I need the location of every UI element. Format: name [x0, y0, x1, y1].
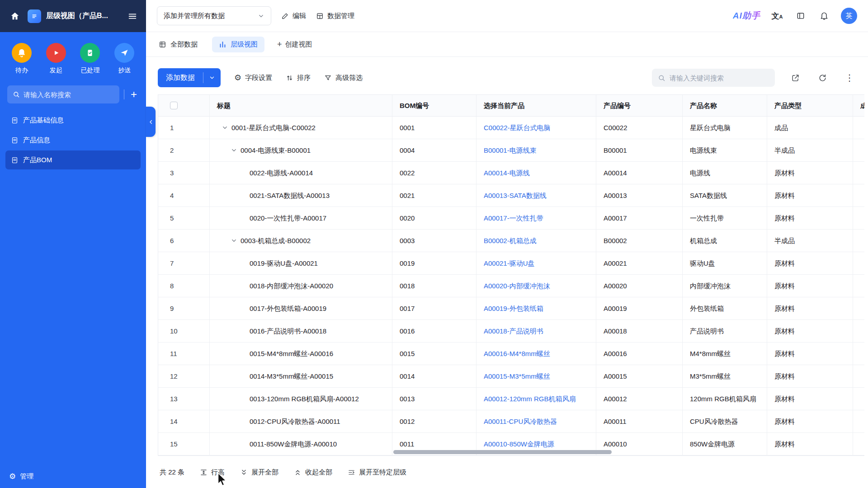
product-link[interactable]: A00011-CPU风冷散热器 — [484, 418, 557, 425]
table-row[interactable]: 13 0013-120mm RGB机箱风扇-A00012 0013 A00012… — [158, 388, 864, 410]
cell-type: 半成品 — [767, 230, 853, 252]
quick-action-initiate[interactable]: 发起 — [46, 43, 66, 75]
field-settings-button[interactable]: ⚙ 字段设置 — [234, 74, 272, 82]
cell-product: B00002-机箱总成 — [476, 230, 596, 252]
keyword-search[interactable] — [652, 69, 775, 87]
col-product-type[interactable]: 产品类型 — [767, 95, 853, 117]
product-link[interactable]: A00019-外包装纸箱 — [484, 305, 543, 312]
cell-code: A00012 — [596, 388, 683, 410]
cell-product: A00020-内部缓冲泡沫 — [476, 275, 596, 297]
sidebar-item-product-info[interactable]: 产品信息 — [5, 131, 141, 150]
sidebar-item-label: 产品基础信息 — [23, 116, 64, 125]
expand-chevron-icon[interactable] — [222, 124, 228, 131]
manage-button[interactable]: ⚙ 管理 — [0, 465, 146, 488]
ai-assistant-button[interactable]: AI助手 — [733, 10, 760, 22]
row-height-button[interactable]: 行高 — [200, 468, 225, 477]
row-number: 14 — [158, 410, 210, 433]
create-view-button[interactable]: + 创建视图 — [277, 40, 312, 49]
keyword-search-input[interactable] — [670, 74, 769, 82]
cell-code: A00014 — [596, 162, 683, 184]
translate-icon[interactable]: 文A — [770, 9, 784, 23]
table-row[interactable]: 10 0016-产品说明书-A00018 0016 A00018-产品说明书 A… — [158, 320, 864, 343]
collapse-all-button[interactable]: 收起全部 — [294, 468, 332, 477]
product-link[interactable]: A00010-850W金牌电源 — [484, 440, 554, 448]
more-kebab-icon[interactable]: ⋮ — [843, 71, 856, 84]
app-logo-icon[interactable] — [28, 9, 41, 23]
notification-bell-icon[interactable] — [817, 9, 831, 23]
document-icon — [11, 136, 19, 144]
product-link[interactable]: A00017-一次性扎带 — [484, 214, 543, 222]
row-title: 0020-一次性扎带-A00017 — [250, 207, 326, 230]
quick-action-label: 已处理 — [80, 66, 99, 75]
product-link[interactable]: A00021-驱动U盘 — [484, 259, 535, 267]
col-product-name[interactable]: 产品名称 — [683, 95, 767, 117]
add-data-caret[interactable] — [203, 75, 221, 81]
cell-title: 0022-电源线-A00014 — [210, 162, 392, 184]
add-data-button[interactable]: 添加数据 — [158, 68, 221, 87]
table-row[interactable]: 7 0019-驱动U盘-A00021 0019 A00021-驱动U盘 A000… — [158, 252, 864, 275]
home-button[interactable] — [7, 9, 23, 24]
cell-title: 0016-产品说明书-A00018 — [210, 320, 392, 343]
refresh-icon[interactable] — [816, 71, 829, 84]
cell-type: 原材料 — [767, 320, 853, 343]
horizontal-scrollbar[interactable] — [393, 450, 612, 454]
product-link[interactable]: A00018-产品说明书 — [484, 327, 543, 335]
col-product-code[interactable]: 产品编号 — [596, 95, 683, 117]
quick-action-processed[interactable]: 已处理 — [80, 43, 100, 75]
avatar[interactable]: 英 — [841, 8, 857, 24]
sidebar-item-product-base-info[interactable]: 产品基础信息 — [5, 111, 141, 130]
advanced-filter-button[interactable]: 高级筛选 — [324, 74, 363, 82]
table-row[interactable]: 8 0018-内部缓冲泡沫-A00020 0018 A00020-内部缓冲泡沫 … — [158, 275, 864, 297]
row-title: 0003-机箱总成-B00002 — [241, 230, 311, 252]
product-link[interactable]: B00002-机箱总成 — [484, 237, 537, 244]
quick-action-todo[interactable]: 待办 — [12, 43, 32, 75]
toolbar: 添加数据 ⚙ 字段设置 排序 高级筛选 — [158, 57, 864, 94]
expand-to-level-button[interactable]: 展开至特定层级 — [348, 468, 406, 477]
sort-button[interactable]: 排序 — [286, 74, 311, 82]
sidebar-search[interactable] — [7, 85, 119, 103]
expand-all-button[interactable]: 展开全部 — [240, 468, 278, 477]
product-link[interactable]: C00022-星跃台式电脑 — [484, 124, 551, 131]
sidebar-collapse-handle[interactable] — [146, 107, 156, 137]
col-bom-number[interactable]: BOM编号 — [392, 95, 476, 117]
table-row[interactable]: 6 0003-机箱总成-B00002 0003 B00002-机箱总成 B000… — [158, 230, 864, 252]
table-row[interactable]: 9 0017-外包装纸箱-A00019 0017 A00019-外包装纸箱 A0… — [158, 297, 864, 320]
sidebar-item-product-bom[interactable]: 产品BOM — [5, 150, 141, 169]
expand-chevron-icon[interactable] — [231, 147, 237, 154]
product-link[interactable]: B00001-电源线束 — [484, 146, 537, 154]
table-row[interactable]: 12 0014-M3*5mm螺丝-A00015 0014 A00015-M3*5… — [158, 365, 864, 388]
dropdown-value: 添加并管理所有数据 — [164, 12, 225, 20]
data-manage-button[interactable]: 数据管理 — [316, 12, 354, 20]
product-link[interactable]: A00012-120mm RGB机箱风扇 — [484, 395, 576, 403]
menu-hamburger-icon[interactable] — [126, 10, 139, 23]
tab-hierarchy-view[interactable]: 层级视图 — [212, 37, 264, 52]
col-title[interactable]: 标题 — [210, 95, 392, 117]
product-link[interactable]: A00014-电源线 — [484, 169, 530, 177]
product-link[interactable]: A00015-M3*5mm螺丝 — [484, 372, 550, 380]
share-external-link-icon[interactable] — [788, 71, 802, 84]
product-link[interactable]: A00016-M4*8mm螺丝 — [484, 350, 550, 357]
table-row[interactable]: 2 0004-电源线束-B00001 0004 B00001-电源线束 B000… — [158, 139, 864, 162]
data-table-icon — [316, 12, 324, 20]
cell-code: A00019 — [596, 297, 683, 320]
cell-bom: 0003 — [392, 230, 476, 252]
panel-toggle-icon[interactable] — [794, 9, 807, 23]
quick-action-cc[interactable]: 抄送 — [114, 43, 134, 75]
table-row[interactable]: 1 0001-星跃台式电脑-C00022 0001 C00022-星跃台式电脑 … — [158, 117, 864, 139]
select-all-checkbox[interactable] — [170, 102, 178, 109]
tab-all-data[interactable]: 全部数据 — [157, 37, 199, 52]
data-scope-dropdown[interactable]: 添加并管理所有数据 — [157, 6, 271, 25]
table-row[interactable]: 5 0020-一次性扎带-A00017 0020 A00017-一次性扎带 A0… — [158, 207, 864, 230]
sidebar-search-input[interactable] — [24, 91, 114, 99]
add-form-button[interactable]: + — [129, 89, 139, 100]
table-row[interactable]: 11 0015-M4*8mm螺丝-A00016 0015 A00016-M4*8… — [158, 343, 864, 365]
product-link[interactable]: A00020-内部缓冲泡沫 — [484, 282, 550, 290]
table-row[interactable]: 14 0012-CPU风冷散热器-A00011 0012 A00011-CPU风… — [158, 410, 864, 433]
col-current-product[interactable]: 选择当前产品 — [476, 95, 596, 117]
table-row[interactable]: 4 0021-SATA数据线-A00013 0021 A00013-SATA数据… — [158, 184, 864, 207]
cell-product: A00012-120mm RGB机箱风扇 — [476, 388, 596, 410]
table-row[interactable]: 3 0022-电源线-A00014 0022 A00014-电源线 A00014… — [158, 162, 864, 184]
product-link[interactable]: A00013-SATA数据线 — [484, 192, 547, 199]
expand-chevron-icon[interactable] — [231, 237, 237, 244]
edit-button[interactable]: 编辑 — [281, 12, 306, 20]
